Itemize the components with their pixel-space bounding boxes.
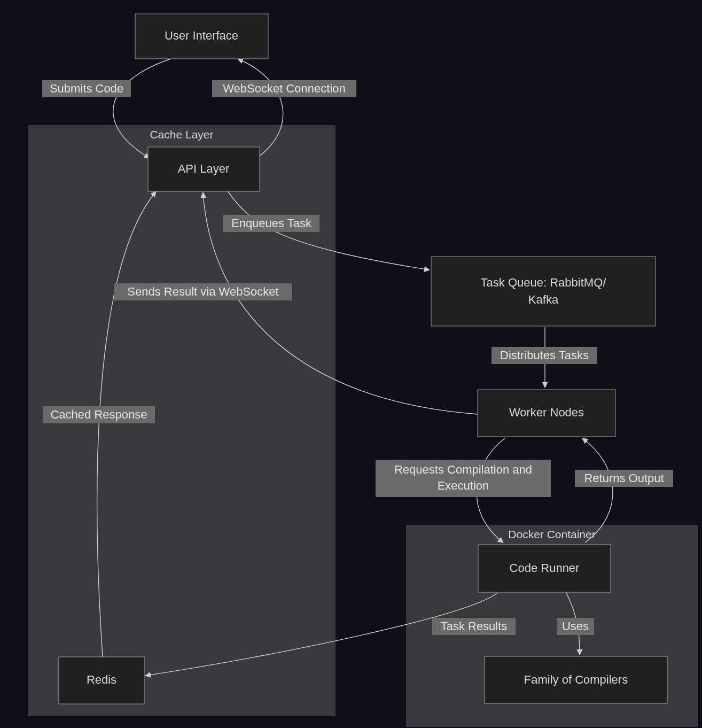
- node-task-queue[interactable]: Task Queue: RabbitMQ/ Kafka: [431, 257, 656, 326]
- label-cached-response: Cached Response: [43, 406, 155, 423]
- label-task-results: Task Results: [432, 618, 516, 635]
- label-websocket: WebSocket Connection: [212, 80, 356, 97]
- label-returns-output: Returns Output: [575, 470, 673, 487]
- svg-rect-32: [575, 470, 673, 487]
- svg-rect-15: [59, 657, 144, 704]
- node-code-runner[interactable]: Code Runner: [478, 545, 611, 592]
- svg-rect-2: [135, 14, 268, 59]
- label-sends-result: Sends Result via WebSocket: [114, 283, 292, 300]
- architecture-diagram: Cache Layer Docker Container User Interf…: [0, 0, 702, 728]
- node-compilers[interactable]: Family of Compilers: [485, 656, 667, 703]
- svg-rect-19: [212, 80, 356, 97]
- label-requests-exec: Requests Compilation and Execution: [376, 460, 551, 497]
- svg-rect-9: [478, 390, 615, 437]
- label-submits-code: Submits Code: [42, 80, 131, 97]
- node-user-interface[interactable]: User Interface: [135, 14, 268, 59]
- svg-rect-34: [432, 618, 516, 635]
- svg-rect-13: [485, 656, 667, 703]
- label-enqueues: Enqueues Task: [223, 215, 319, 232]
- svg-rect-25: [43, 406, 155, 423]
- svg-rect-36: [557, 618, 594, 635]
- svg-rect-6: [431, 257, 656, 326]
- svg-rect-11: [478, 545, 611, 592]
- label-distributes: Distributes Tasks: [492, 347, 597, 364]
- svg-rect-21: [223, 215, 319, 232]
- svg-rect-29: [376, 460, 551, 497]
- label-uses: Uses: [557, 618, 594, 635]
- svg-rect-4: [148, 147, 260, 191]
- node-worker-nodes[interactable]: Worker Nodes: [478, 390, 615, 437]
- node-redis[interactable]: Redis: [59, 657, 144, 704]
- svg-rect-23: [114, 283, 292, 300]
- svg-rect-17: [42, 80, 131, 97]
- node-api-layer[interactable]: API Layer: [148, 147, 260, 191]
- svg-rect-27: [492, 347, 597, 364]
